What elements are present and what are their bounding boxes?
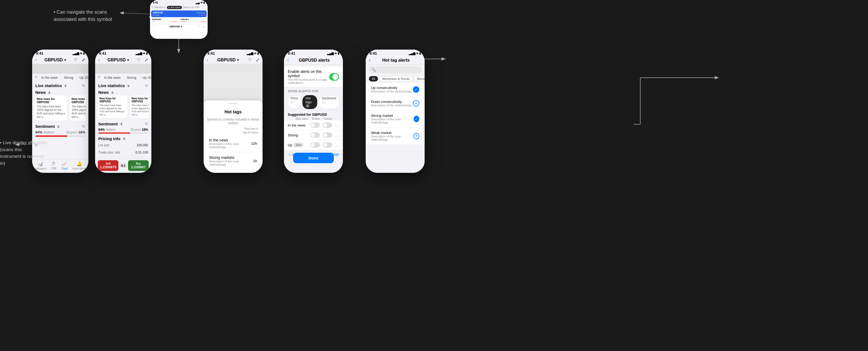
p2-tradesize-val: 0.01-100: [135, 151, 148, 154]
p4-inthenews-more[interactable]: …: [335, 123, 339, 128]
p4-strong-more[interactable]: …: [335, 133, 339, 137]
p4-pill-price[interactable]: Price ⓘ: [288, 95, 301, 109]
p1-news-chevron[interactable]: ∧: [48, 90, 51, 95]
p4-toggle-up-enters[interactable]: [310, 142, 320, 148]
p5-item-weak-market[interactable]: Weak market Description of the scan meth…: [366, 128, 425, 145]
p4-alert-inthenews[interactable]: In the news …: [284, 120, 343, 130]
top-fav-icon[interactable]: ♡: [198, 25, 200, 28]
p5-search-bar[interactable]: 🔍: [369, 66, 422, 73]
p2-sentiment-bar: [98, 132, 148, 134]
p2-expand-icon[interactable]: ⤢: [145, 57, 148, 62]
p5-add-down[interactable]: +: [413, 100, 419, 107]
p2-fav-icon[interactable]: ♡: [136, 57, 141, 62]
p2-buy-btn[interactable]: Buy 1.235687: [128, 160, 149, 171]
p1-news-card-2[interactable]: New lows for GBPUSD The stars have been …: [70, 95, 86, 121]
p2-tab-up15m[interactable]: Up 15m: [140, 75, 151, 81]
p4-toggle-inthenews-leaves[interactable]: [322, 123, 332, 128]
p2-qty-badge[interactable]: 0.1: [120, 160, 126, 171]
p2-news-chevron[interactable]: ∧: [111, 90, 114, 95]
p2-sentiment-chevron[interactable]: ∧: [120, 122, 123, 126]
p2-news-card-2[interactable]: New lows for GBPUSD The stars have been …: [130, 95, 149, 118]
p1-status-time: 9:41: [36, 51, 43, 56]
p1-news-card-1[interactable]: New lows for GBPUSD The stars have been …: [35, 95, 67, 121]
top-tab-up15m[interactable]: Up 15m: [191, 6, 199, 9]
p2-back[interactable]: ‹: [98, 58, 100, 62]
p4-enable-sub: You will receive push & in-app notificat…: [288, 78, 329, 85]
top-phone: 9:41 ▂▄ ≋ ▮ 1 Watchlist 2 In the news St…: [150, 0, 208, 39]
p1-buyers-pct: 18%: [78, 130, 85, 134]
p1-livestats-chevron[interactable]: ∨: [64, 84, 67, 88]
p1-tab-chart[interactable]: 📈 Chart: [61, 161, 67, 170]
p1-livestats-refresh[interactable]: ↻: [82, 84, 85, 88]
p1-sentiment-refresh[interactable]: ↻: [82, 124, 85, 129]
p5-check-strong[interactable]: ✓: [414, 116, 419, 122]
p2-sell-btn[interactable]: Sell 1.2356875: [98, 160, 118, 171]
p5-add-weak[interactable]: +: [413, 133, 419, 139]
annotation-navigate: • Can navigate the scans associated with…: [54, 8, 112, 23]
p5-item-up-consecutively[interactable]: Up consecutively Description of the meth…: [366, 83, 425, 96]
p5-status-icons: ▂▄▆ ≋ ▮: [409, 52, 421, 55]
p3-expand-icon[interactable]: ⤢: [256, 57, 259, 62]
p1-fav-icon[interactable]: ♡: [74, 57, 78, 62]
top-symbol-gbpusd: GBPUSD: [153, 11, 163, 14]
p3-back[interactable]: ‹: [207, 58, 208, 62]
p3-fav-icon[interactable]: ♡: [248, 57, 252, 62]
p2-sellers-label: Sellers: [105, 128, 116, 132]
dot-annotation2: [35, 144, 37, 146]
p4-enable-toggle[interactable]: [329, 73, 339, 81]
p3-col-sub: last 24 hours: [243, 131, 258, 134]
p5-item-strong-market[interactable]: Strong market Description of the scan me…: [366, 110, 425, 128]
p2-news-card-1[interactable]: New lows for GBPUSD The stars have been …: [98, 95, 127, 118]
p1-tab-strong[interactable]: Strong: [61, 75, 75, 81]
top-tab-watchlist[interactable]: Watchlist 2: [154, 6, 166, 9]
p1-tab-up15m[interactable]: Up 15m: [77, 75, 88, 81]
phone-5: 9:41 ▂▄▆ ≋ ▮ ‹ Hot tag alerts 🔍 All Mome…: [366, 50, 425, 173]
p2-tab-inthenews[interactable]: In the news: [102, 75, 123, 81]
p2-nav-title: GBPUSD ▾: [107, 58, 129, 62]
p2-pricing-chevron[interactable]: ∧: [123, 136, 125, 141]
top-expand-icon[interactable]: ⤢: [202, 25, 205, 28]
p1-status-icons: ▂▄▆ ≋ ▮: [72, 52, 85, 55]
p5-pill-momentum[interactable]: Momentum: [414, 76, 425, 82]
p5-title: Hot tag alerts: [371, 58, 422, 63]
p4-pill-hottags[interactable]: Hot tags 6: [303, 95, 317, 109]
p4-done-btn[interactable]: Done: [293, 153, 334, 163]
top-tab-inthenews[interactable]: In the news: [167, 6, 182, 9]
p1-tab-15m[interactable]: ⏱ 15M: [51, 161, 56, 170]
p2-sentiment-refresh[interactable]: ↻: [145, 122, 148, 126]
p1-tab-pricealerts[interactable]: 🔔 Price alerts: [72, 161, 86, 170]
p2-sellers-pct: 64%: [98, 128, 105, 132]
p2-lotsize-label: Lot size: [98, 143, 109, 147]
p5-pill-momentum-trends[interactable]: Momentum & Trends: [379, 76, 412, 82]
p2-status-icons: ▂▄▆ ≋ ▮: [135, 52, 148, 55]
p2-tab-strong[interactable]: Strong: [124, 75, 138, 81]
p4-alert-strong[interactable]: Strong …: [284, 130, 343, 140]
p4-up-more[interactable]: …: [335, 142, 339, 147]
p5-pill-all[interactable]: All: [369, 76, 378, 82]
p4-pill-sentiment[interactable]: Sentiment ⓘ: [319, 95, 339, 109]
p1-tab-inthenews[interactable]: In the news: [39, 75, 60, 81]
p4-toggle-strong-leaves[interactable]: [322, 132, 332, 138]
p1-buyers-label: Buyers: [66, 130, 77, 134]
p2-livestats-chevron[interactable]: ∨: [127, 84, 130, 88]
top-tab-strong[interactable]: Strong: [183, 6, 190, 9]
top-back-btn[interactable]: ‹: [153, 25, 154, 28]
top-tab-1[interactable]: 1: [152, 6, 153, 9]
p4-col-leaves: Leaves: [323, 117, 332, 120]
top-status-icons: ▂▄ ≋ ▮: [195, 1, 205, 4]
p5-check-up[interactable]: ✓: [413, 86, 419, 93]
p1-expand-icon[interactable]: ⤢: [82, 57, 85, 62]
p4-toggle-up-leaves[interactable]: [322, 142, 332, 148]
phone-3: 9:41 ▂▄▆ ≋ ▮ ‹ GBPUSD ▾ ♡ ⤢ Hot tags Sym…: [204, 50, 262, 173]
p2-livestats-refresh[interactable]: ↻: [145, 84, 148, 88]
p3-item-inthenews[interactable]: In the news Description of the scan meth…: [204, 135, 262, 152]
p4-title: GBPUSD alerts: [289, 58, 340, 63]
p1-back[interactable]: ‹: [35, 58, 37, 62]
p5-item-down-consecutively[interactable]: Down consecutively Description of the me…: [366, 96, 425, 110]
p1-sentiment-chevron[interactable]: ∧: [57, 124, 60, 129]
p1-sentiment-label: Sentiment: [35, 124, 55, 129]
p4-toggle-inthenews-enters[interactable]: [310, 123, 320, 128]
p3-item-strongmarkets[interactable]: Strong markets Description of the scan m…: [204, 152, 262, 170]
p4-toggle-strong-enters[interactable]: [310, 132, 320, 138]
p3-item-up15m[interactable]: Up 15m Symbols that have moved up for a …: [204, 170, 262, 173]
